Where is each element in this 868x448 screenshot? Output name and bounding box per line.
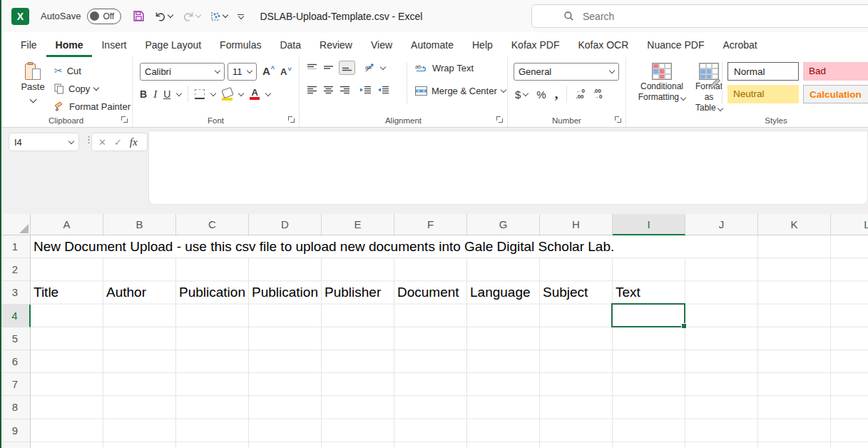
format-as-table-button[interactable]: Format as Table [695,63,723,113]
align-bottom-button[interactable] [339,61,355,75]
cell-g3[interactable]: Language [467,281,540,304]
chart-dropdown-icon[interactable] [223,12,228,18]
increase-font-size-button[interactable]: A˄ [262,65,275,77]
row-header-7[interactable]: 7 [0,373,31,396]
column-header-a[interactable]: A [31,214,103,235]
tab-kofax-ocr[interactable]: Kofax OCR [568,32,638,57]
grid[interactable] [31,235,868,448]
row-header-1[interactable]: 1 [0,235,31,258]
increase-indent-icon[interactable] [377,86,389,94]
search-box[interactable] [531,4,868,28]
cell-i3[interactable]: Text [613,281,685,304]
fill-color-dropdown-icon[interactable] [238,90,244,96]
excel-logo-icon[interactable]: X [11,8,29,25]
align-middle-icon[interactable] [323,63,334,72]
undo-dropdown-icon[interactable] [168,12,173,18]
column-header-d[interactable]: D [249,214,322,235]
align-top-icon[interactable] [307,63,317,72]
tab-automate[interactable]: Automate [402,32,463,57]
tab-file[interactable]: File [11,32,46,57]
format-painter-button[interactable]: Format Painter [54,100,131,113]
column-header-e[interactable]: E [322,214,394,235]
chart-tool-button[interactable] [210,11,228,21]
tab-nuance-pdf[interactable]: Nuance PDF [638,32,713,57]
style-calculation[interactable]: Calculation [803,85,868,103]
column-header-l[interactable]: L [831,214,868,235]
undo-button[interactable] [155,11,173,21]
save-button[interactable] [133,10,145,22]
align-center-icon[interactable] [323,86,334,94]
tab-page-layout[interactable]: Page Layout [136,32,210,57]
customize-qat-button[interactable] [238,14,244,19]
tab-kofax-pdf[interactable]: Kofax PDF [502,32,569,57]
column-header-g[interactable]: G [467,214,540,235]
font-family-dropdown-icon[interactable] [215,68,220,73]
tab-data[interactable]: Data [270,32,310,57]
percent-style-button[interactable]: % [536,88,546,101]
copy-dropdown-icon[interactable] [93,84,99,90]
cell-a1[interactable]: New Document Upload - use this csv file … [31,236,686,258]
tab-acrobat[interactable]: Acrobat [713,32,766,57]
orientation-dropdown-icon[interactable] [380,63,386,69]
decrease-decimal-button[interactable]: .00→0 [593,88,602,100]
underline-button[interactable]: U [163,88,170,100]
style-normal[interactable]: Normal [727,62,799,81]
borders-button[interactable] [195,89,205,99]
accounting-format-button[interactable]: $ [515,88,528,101]
font-color-button[interactable]: A [250,88,260,100]
cell-c3[interactable]: Publication [176,281,249,304]
row-header-3[interactable]: 3 [0,281,31,304]
merge-center-dropdown-icon[interactable] [501,87,506,93]
row-header-9[interactable]: 9 [0,419,31,442]
tab-formulas[interactable]: Formulas [210,32,270,57]
row-header-2[interactable]: 2 [0,258,31,281]
selected-cell-i4[interactable] [611,303,685,327]
increase-decimal-button[interactable]: ←0.00 [576,88,584,100]
cell-b3[interactable]: Author [103,281,176,304]
conditional-formatting-dropdown-icon[interactable] [680,95,686,101]
decrease-font-size-button[interactable]: A˅ [280,66,292,77]
paste-button[interactable]: Paste [16,62,50,105]
cut-button[interactable]: ✂ Cut [54,64,131,77]
comma-style-button[interactable]: , [555,91,558,98]
formula-input[interactable] [148,131,868,205]
underline-dropdown-icon[interactable] [176,90,182,96]
style-neutral[interactable]: Neutral [727,85,799,103]
align-right-icon[interactable] [339,86,350,94]
name-box[interactable]: I4 [9,133,79,151]
fill-color-button[interactable] [222,88,233,101]
cell-f3[interactable]: Document [394,281,467,304]
font-size-dropdown-icon[interactable] [247,68,252,73]
cell-a3[interactable]: Title [31,281,103,304]
alignment-dialog-launcher-icon[interactable] [496,116,504,123]
format-as-table-dropdown-icon[interactable] [718,106,723,111]
tab-help[interactable]: Help [463,32,502,57]
merge-center-button[interactable]: Merge & Center [415,86,506,96]
autosave-toggle[interactable]: Off [87,9,121,24]
font-size-select[interactable]: 11 [228,63,257,81]
conditional-formatting-button[interactable]: Conditional Formatting [630,63,693,103]
enter-icon[interactable]: ✓ [114,137,122,148]
bold-button[interactable]: B [140,88,147,100]
tab-review[interactable]: Review [310,32,362,57]
column-header-f[interactable]: F [394,214,467,235]
paste-dropdown-icon[interactable] [29,96,36,103]
tab-insert[interactable]: Insert [92,32,136,57]
cell-e3[interactable]: Publisher [322,281,394,304]
cell-d3[interactable]: Publication [249,281,322,304]
style-bad[interactable]: Bad [803,62,868,81]
decrease-indent-icon[interactable] [359,86,372,94]
column-header-b[interactable]: B [103,214,176,235]
row-header-6[interactable]: 6 [0,350,31,373]
orientation-button[interactable]: ab [364,63,385,73]
cancel-icon[interactable]: ✕ [98,137,106,148]
wrap-text-button[interactable]: ab Wrap Text [415,63,474,73]
font-dialog-launcher-icon[interactable] [288,116,295,123]
accounting-dropdown-icon[interactable] [523,90,529,96]
row-header-10[interactable]: 10 [0,442,31,448]
copy-button[interactable]: Copy [54,82,131,95]
row-header-4[interactable]: 4 [0,305,31,327]
number-format-dropdown-icon[interactable] [609,68,615,73]
font-color-dropdown-icon[interactable] [265,90,271,96]
column-header-k[interactable]: K [758,214,831,235]
